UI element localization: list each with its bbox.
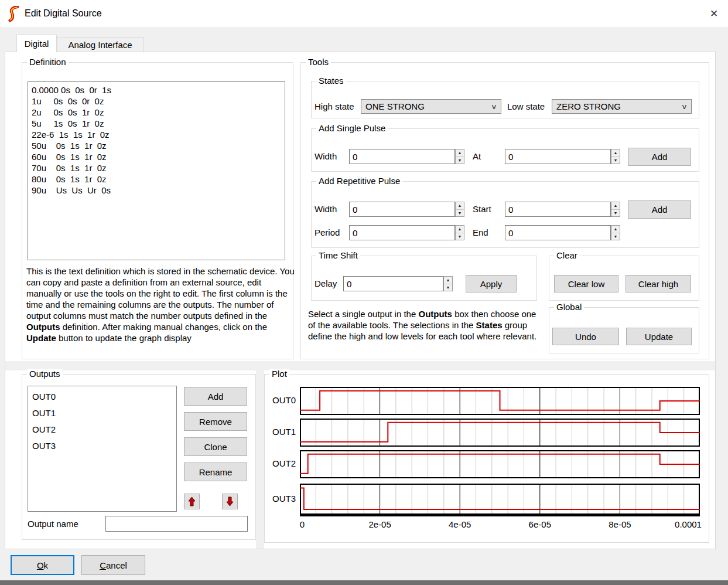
global-group-label: Global xyxy=(554,302,584,312)
x-tick-label: 2e-05 xyxy=(368,519,391,529)
spin-up-icon[interactable]: ▲ xyxy=(611,149,620,157)
low-state-select[interactable]: ZERO STRONG ∨ xyxy=(552,99,692,114)
x-axis-line xyxy=(300,515,700,516)
add-single-pulse-group-label: Add Single Pulse xyxy=(316,123,388,134)
repetitive-add-button[interactable]: Add xyxy=(628,200,691,219)
outputs-list[interactable]: OUT0OUT1OUT2OUT3 xyxy=(28,386,177,512)
wave-row: OUT0 xyxy=(265,387,710,415)
low-state-label: Low state xyxy=(507,99,545,114)
clear-high-button[interactable]: Clear high xyxy=(626,275,691,292)
spin-up-icon[interactable]: ▲ xyxy=(611,226,620,233)
list-item[interactable]: OUT1 xyxy=(28,405,176,421)
tab-digital[interactable]: Digital xyxy=(16,35,57,52)
repetitive-start-spinner: ▲ ▼ xyxy=(611,202,620,217)
wave-row: OUT2 xyxy=(265,450,710,478)
single-pulse-add-button[interactable]: Add xyxy=(628,148,691,166)
repetitive-end-input[interactable] xyxy=(505,225,611,240)
time-shift-group-label: Time Shift xyxy=(316,250,360,261)
move-down-button[interactable] xyxy=(222,494,238,509)
single-pulse-width-spinner: ▲ ▼ xyxy=(455,149,464,164)
output-name-input[interactable] xyxy=(105,516,248,532)
plot-group-label: Plot xyxy=(269,369,289,379)
remove-output-button[interactable]: Remove xyxy=(184,412,247,431)
spin-down-icon[interactable]: ▼ xyxy=(611,233,620,240)
move-up-icon xyxy=(188,496,196,506)
x-tick-label: 0 xyxy=(300,519,305,529)
tab-page-digital: Definition 0.0000 0s 0s 0r 1s 1u 0s 0s 0… xyxy=(5,52,716,549)
repetitive-end-spinner: ▲ ▼ xyxy=(611,225,620,240)
tools-note: Select a single output in the Outputs bo… xyxy=(308,308,539,342)
spin-up-icon[interactable]: ▲ xyxy=(444,277,452,284)
x-tick-label: 8e-05 xyxy=(609,519,631,529)
spin-up-icon[interactable]: ▲ xyxy=(611,202,620,210)
repetitive-end-label: End xyxy=(473,225,488,240)
update-button[interactable]: Update xyxy=(626,328,692,345)
app-icon xyxy=(8,6,20,23)
close-icon: ✕ xyxy=(710,8,718,20)
edit-digital-source-dialog: Edit Digital Source ✕ Digital Analog Int… xyxy=(0,0,728,585)
definition-group-label: Definition xyxy=(27,57,69,67)
single-pulse-width-input[interactable] xyxy=(349,149,455,164)
single-pulse-at-input[interactable] xyxy=(505,149,611,164)
waveform-svg xyxy=(300,484,700,515)
states-group-label: States xyxy=(316,76,346,86)
cancel-button[interactable]: Cancel xyxy=(81,555,145,575)
window-title: Edit Digital Source xyxy=(25,0,102,27)
spin-up-icon[interactable]: ▲ xyxy=(456,149,464,157)
list-item[interactable]: OUT3 xyxy=(28,438,176,454)
apply-button[interactable]: Apply xyxy=(466,275,517,292)
clone-output-button[interactable]: Clone xyxy=(184,437,247,456)
repetitive-width-spinner: ▲ ▼ xyxy=(455,202,464,217)
spin-down-icon[interactable]: ▼ xyxy=(456,210,464,217)
high-state-label: High state xyxy=(315,99,354,114)
titlebar: Edit Digital Source ✕ xyxy=(0,0,728,27)
list-item[interactable]: OUT2 xyxy=(28,421,176,438)
spin-up-icon[interactable]: ▲ xyxy=(456,202,464,210)
horizontal-splitter[interactable] xyxy=(5,361,715,370)
x-tick-label: 6e-05 xyxy=(529,519,551,529)
repetitive-period-input[interactable] xyxy=(349,225,455,240)
list-item[interactable]: OUT0 xyxy=(28,389,176,405)
waveform-svg xyxy=(300,387,700,415)
tab-analog-interface[interactable]: Analog Interface xyxy=(57,37,143,52)
definition-textarea[interactable]: 0.0000 0s 0s 0r 1s 1u 0s 0s 0r 0z 2u 0s … xyxy=(28,81,285,260)
clear-low-button[interactable]: Clear low xyxy=(554,275,618,292)
high-state-select[interactable]: ONE STRONG ∨ xyxy=(361,99,501,114)
spin-down-icon[interactable]: ▼ xyxy=(444,284,452,291)
repetitive-start-input[interactable] xyxy=(505,202,611,217)
wave-label: OUT3 xyxy=(265,494,296,504)
vertical-splitter[interactable] xyxy=(256,370,264,549)
bottom-edge xyxy=(0,580,728,585)
wave-row: OUT1 xyxy=(265,419,710,447)
spin-down-icon[interactable]: ▼ xyxy=(456,233,464,240)
wave-label: OUT1 xyxy=(265,427,296,437)
repetitive-period-spinner: ▲ ▼ xyxy=(455,225,464,240)
add-output-button[interactable]: Add xyxy=(184,387,247,406)
repetitive-width-input[interactable] xyxy=(349,202,455,217)
single-pulse-width-label: Width xyxy=(315,149,337,164)
repetitive-period-label: Period xyxy=(315,225,340,240)
rename-output-button[interactable]: Rename xyxy=(184,462,247,481)
single-pulse-at-spinner: ▲ ▼ xyxy=(611,149,620,164)
delay-spinner: ▲ ▼ xyxy=(443,276,453,291)
add-repetitive-pulse-group-label: Add Repetitive Pulse xyxy=(316,176,402,186)
wave-label: OUT2 xyxy=(265,458,296,468)
move-down-icon xyxy=(226,496,234,506)
spin-down-icon[interactable]: ▼ xyxy=(611,157,620,164)
chevron-down-icon: ∨ xyxy=(681,103,688,111)
ok-button[interactable]: Ok xyxy=(11,555,74,575)
delay-label: Delay xyxy=(315,276,337,291)
chevron-down-icon: ∨ xyxy=(491,103,497,111)
output-name-label: Output name xyxy=(28,516,78,532)
clear-group-label: Clear xyxy=(554,250,580,261)
move-up-button[interactable] xyxy=(184,494,200,509)
spin-down-icon[interactable]: ▼ xyxy=(456,157,464,164)
waveform-svg xyxy=(300,450,700,478)
delay-input[interactable] xyxy=(343,276,443,291)
spin-up-icon[interactable]: ▲ xyxy=(456,226,464,233)
undo-button[interactable]: Undo xyxy=(552,328,619,345)
footer: Ok Cancel xyxy=(0,549,728,580)
outputs-group-label: Outputs xyxy=(27,369,63,379)
close-button[interactable]: ✕ xyxy=(703,3,725,24)
spin-down-icon[interactable]: ▼ xyxy=(611,210,620,217)
